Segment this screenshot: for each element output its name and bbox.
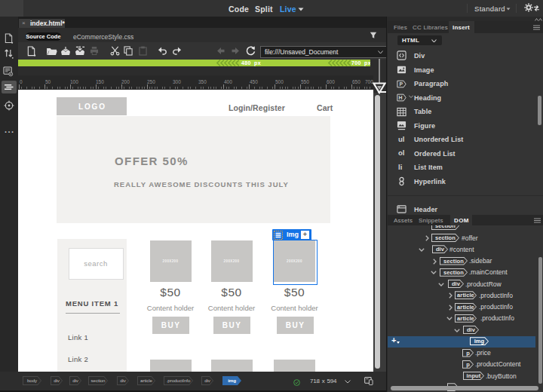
svg-text:H: H	[399, 95, 403, 100]
svg-text:P: P	[399, 81, 403, 87]
